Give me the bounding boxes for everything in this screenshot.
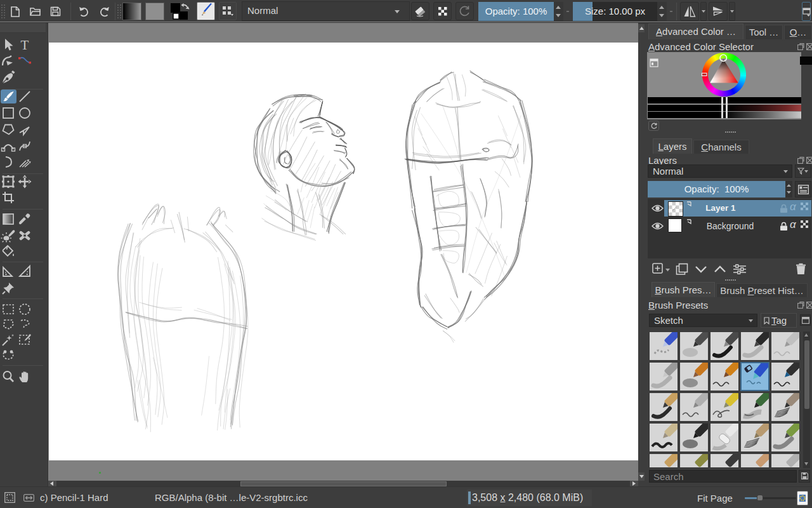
svg-text:T: T [21,37,29,53]
